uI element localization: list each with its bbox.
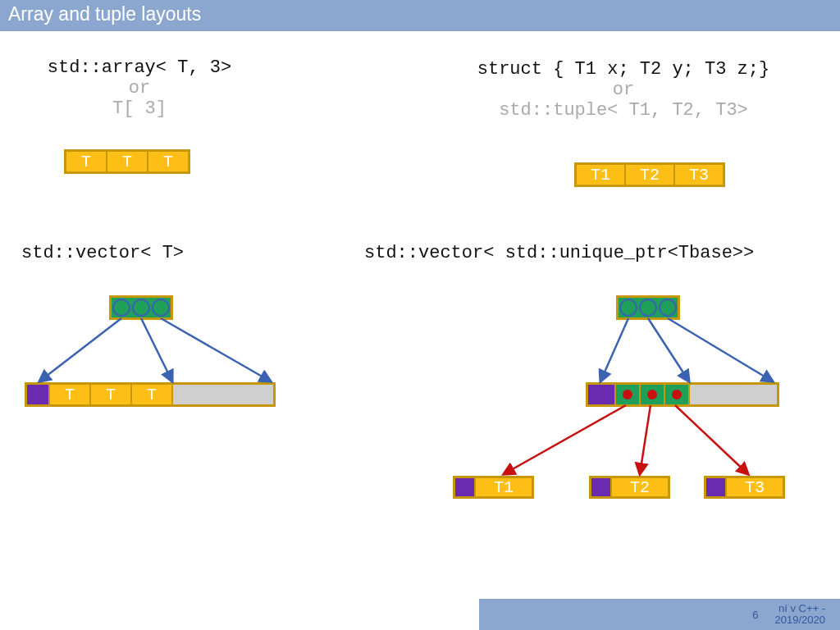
svg-line-6 [504,405,626,474]
vector-storage: T T T [25,382,276,407]
pointer-slot-icon [112,299,130,317]
svg-line-3 [600,318,628,381]
array-or: or [16,78,262,98]
cell: T [148,151,189,172]
unique-ptr-cell [640,384,664,405]
unique-ptr-cell [664,384,689,405]
svg-line-8 [675,405,748,474]
struct-or: or [431,80,816,100]
slide-title: Array and tuple layouts [8,3,201,25]
cell: T [107,151,148,172]
cell: T1 [475,477,532,497]
uptr-leaf-2: T2 [589,476,670,499]
slide-title-bar: Array and tuple layouts [0,0,840,31]
uptr-leaf-1: T1 [453,476,534,499]
array-code-1: std::array< T, 3> [16,57,262,78]
cell: T2 [625,164,674,185]
cell-reserved [689,384,778,405]
struct-cells: T1 T2 T3 [574,162,725,187]
cell-header [591,477,611,497]
svg-line-1 [141,318,172,381]
svg-line-4 [648,318,689,381]
cell: T [49,384,90,405]
vector-header: std::vector< T> [21,243,184,263]
cell-header [26,384,49,405]
cell-header [705,477,726,497]
uptr-vector-object [616,295,680,320]
cell-reserved [172,384,274,405]
svg-line-0 [39,318,121,381]
cell-header [587,384,615,405]
uptr-leaf-3: T3 [704,476,785,499]
section-array: std::array< T, 3> or T[ 3] [16,57,262,119]
uptr-storage [586,382,779,407]
cell: T3 [674,164,724,185]
uptr-header: std::vector< std::unique_ptr<Tbase>> [364,243,754,263]
struct-code-2: std::tuple< T1, T2, T3> [431,100,816,121]
svg-line-2 [161,318,271,381]
array-code-2: T[ 3] [16,98,262,119]
page-number: 6 [744,609,766,621]
vector-object [109,295,173,320]
struct-code-1: struct { T1 x; T2 y; T3 z;} [431,59,816,80]
pointer-slot-icon [659,299,677,317]
pointer-slot-icon [132,299,150,317]
cell: T [66,151,107,172]
pointer-slot-icon [639,299,657,317]
section-struct: struct { T1 x; T2 y; T3 z;} or std::tupl… [431,59,816,121]
svg-line-5 [668,318,773,381]
section-vector: std::vector< T> [21,243,184,263]
cell: T3 [726,477,783,497]
section-uptr-vector: std::vector< std::unique_ptr<Tbase>> [364,243,754,263]
footer-bar: 6 ní v C++ - 2019/2020 [479,599,840,630]
cell: T2 [611,477,669,497]
cell: T [90,384,131,405]
array-cells: T T T [64,149,190,174]
pointer-slot-icon [619,299,637,317]
pointer-slot-icon [152,299,170,317]
unique-ptr-cell [615,384,640,405]
svg-line-7 [640,405,651,474]
footer-course: ní v C++ - 2019/2020 [767,603,833,627]
cell: T1 [576,164,625,185]
cell-header [454,477,475,497]
cell: T [131,384,172,405]
